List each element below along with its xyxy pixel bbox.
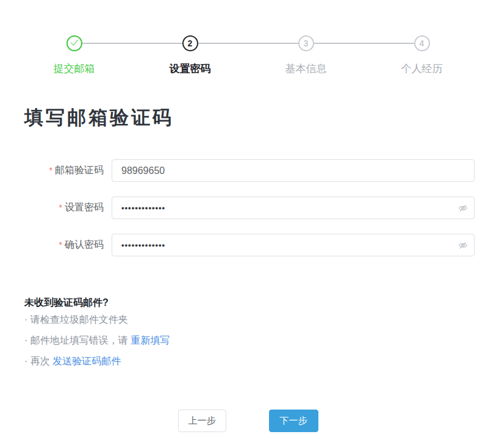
prev-step-button[interactable]: 上一步 — [178, 410, 226, 432]
page-title: 填写邮箱验证码 — [24, 105, 502, 131]
step-label-set-password: 设置密码 — [170, 62, 211, 76]
resend-verification-link[interactable]: 发送验证码邮件 — [52, 356, 121, 366]
action-bar: 上一步 下一步 — [0, 410, 499, 432]
stepper-track: 2 3 4 — [66, 35, 430, 51]
confirm-password-label: *确认密码 — [0, 239, 112, 251]
help-item-resend: · 再次 发送验证码邮件 — [24, 351, 502, 372]
step-label-experience: 个人经历 — [401, 62, 443, 76]
registration-page: 2 3 4 提交邮箱 设置密码 基本信息 个人经历 填写邮箱验证码 *邮箱验证码… — [0, 0, 502, 448]
email-code-row: *邮箱验证码 — [0, 159, 502, 182]
stepper: 2 3 4 提交邮箱 设置密码 基本信息 个人经历 — [66, 0, 430, 76]
stepper-connector — [314, 43, 414, 44]
help-section: 未收到验证码邮件? · 请检查垃圾邮件文件夹 · 邮件地址填写错误，请 重新填写… — [24, 297, 502, 372]
eye-off-icon[interactable] — [457, 240, 468, 251]
email-code-input-wrap — [112, 159, 475, 182]
set-password-label: *设置密码 — [0, 201, 112, 214]
step-label-basic-info: 基本信息 — [285, 62, 327, 76]
step-circle-basic-info: 3 — [298, 35, 314, 51]
check-icon — [70, 38, 79, 48]
email-code-label: *邮箱验证码 — [0, 164, 112, 177]
set-password-row: *设置密码 — [0, 197, 502, 219]
email-code-input[interactable] — [112, 159, 475, 182]
step-circle-set-password: 2 — [182, 35, 198, 51]
required-marker: * — [59, 240, 62, 250]
required-marker: * — [59, 203, 62, 212]
confirm-password-input[interactable] — [112, 234, 475, 256]
confirm-password-row: *确认密码 — [0, 234, 502, 256]
verification-form: *邮箱验证码 *设置密码 — [0, 159, 502, 256]
eye-off-icon[interactable] — [457, 203, 468, 214]
refill-email-link[interactable]: 重新填写 — [131, 335, 170, 345]
stepper-connector — [82, 43, 182, 44]
help-title: 未收到验证码邮件? — [24, 297, 502, 309]
required-marker: * — [49, 165, 52, 175]
set-password-input[interactable] — [112, 197, 475, 219]
help-item-check-spam: · 请检查垃圾邮件文件夹 — [24, 309, 502, 330]
set-password-input-wrap — [112, 197, 475, 219]
help-item-wrong-address: · 邮件地址填写错误，请 重新填写 — [24, 330, 502, 351]
stepper-labels: 提交邮箱 设置密码 基本信息 个人经历 — [66, 62, 430, 76]
step-circle-submit-email — [66, 35, 82, 51]
confirm-password-input-wrap — [112, 234, 475, 256]
step-circle-experience: 4 — [414, 35, 430, 51]
next-step-button[interactable]: 下一步 — [269, 410, 318, 432]
step-label-submit-email: 提交邮箱 — [54, 62, 95, 76]
stepper-connector — [198, 43, 298, 44]
